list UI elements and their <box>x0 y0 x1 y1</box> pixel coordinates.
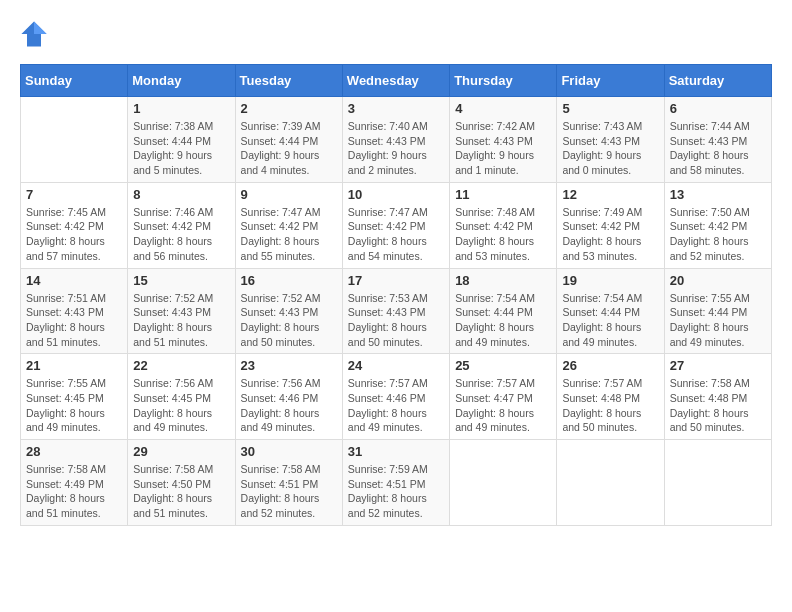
calendar-header-tuesday: Tuesday <box>235 65 342 97</box>
day-info: Sunrise: 7:47 AMSunset: 4:42 PMDaylight:… <box>348 205 444 264</box>
calendar-cell: 2Sunrise: 7:39 AMSunset: 4:44 PMDaylight… <box>235 97 342 183</box>
calendar-cell: 5Sunrise: 7:43 AMSunset: 4:43 PMDaylight… <box>557 97 664 183</box>
calendar-cell: 8Sunrise: 7:46 AMSunset: 4:42 PMDaylight… <box>128 182 235 268</box>
calendar-cell: 12Sunrise: 7:49 AMSunset: 4:42 PMDayligh… <box>557 182 664 268</box>
calendar-cell: 7Sunrise: 7:45 AMSunset: 4:42 PMDaylight… <box>21 182 128 268</box>
day-number: 9 <box>241 187 337 202</box>
day-number: 11 <box>455 187 551 202</box>
page-header <box>20 20 772 48</box>
day-info: Sunrise: 7:58 AMSunset: 4:49 PMDaylight:… <box>26 462 122 521</box>
logo-icon <box>20 20 48 48</box>
calendar-cell: 25Sunrise: 7:57 AMSunset: 4:47 PMDayligh… <box>450 354 557 440</box>
calendar-header-sunday: Sunday <box>21 65 128 97</box>
calendar-cell <box>664 440 771 526</box>
day-number: 31 <box>348 444 444 459</box>
day-number: 14 <box>26 273 122 288</box>
calendar-cell: 24Sunrise: 7:57 AMSunset: 4:46 PMDayligh… <box>342 354 449 440</box>
day-number: 15 <box>133 273 229 288</box>
day-info: Sunrise: 7:46 AMSunset: 4:42 PMDaylight:… <box>133 205 229 264</box>
day-info: Sunrise: 7:51 AMSunset: 4:43 PMDaylight:… <box>26 291 122 350</box>
day-number: 30 <box>241 444 337 459</box>
calendar-week-row: 14Sunrise: 7:51 AMSunset: 4:43 PMDayligh… <box>21 268 772 354</box>
day-number: 3 <box>348 101 444 116</box>
calendar-cell: 23Sunrise: 7:56 AMSunset: 4:46 PMDayligh… <box>235 354 342 440</box>
day-info: Sunrise: 7:47 AMSunset: 4:42 PMDaylight:… <box>241 205 337 264</box>
day-info: Sunrise: 7:39 AMSunset: 4:44 PMDaylight:… <box>241 119 337 178</box>
day-number: 6 <box>670 101 766 116</box>
calendar-week-row: 28Sunrise: 7:58 AMSunset: 4:49 PMDayligh… <box>21 440 772 526</box>
day-number: 22 <box>133 358 229 373</box>
day-number: 26 <box>562 358 658 373</box>
day-number: 21 <box>26 358 122 373</box>
calendar-cell: 15Sunrise: 7:52 AMSunset: 4:43 PMDayligh… <box>128 268 235 354</box>
day-info: Sunrise: 7:50 AMSunset: 4:42 PMDaylight:… <box>670 205 766 264</box>
day-number: 1 <box>133 101 229 116</box>
day-info: Sunrise: 7:54 AMSunset: 4:44 PMDaylight:… <box>562 291 658 350</box>
day-number: 20 <box>670 273 766 288</box>
day-info: Sunrise: 7:56 AMSunset: 4:45 PMDaylight:… <box>133 376 229 435</box>
calendar-cell <box>450 440 557 526</box>
day-number: 10 <box>348 187 444 202</box>
day-number: 19 <box>562 273 658 288</box>
calendar-cell: 9Sunrise: 7:47 AMSunset: 4:42 PMDaylight… <box>235 182 342 268</box>
day-info: Sunrise: 7:57 AMSunset: 4:47 PMDaylight:… <box>455 376 551 435</box>
calendar-cell: 29Sunrise: 7:58 AMSunset: 4:50 PMDayligh… <box>128 440 235 526</box>
calendar-header-wednesday: Wednesday <box>342 65 449 97</box>
logo <box>20 20 50 48</box>
calendar-cell: 1Sunrise: 7:38 AMSunset: 4:44 PMDaylight… <box>128 97 235 183</box>
calendar-cell: 3Sunrise: 7:40 AMSunset: 4:43 PMDaylight… <box>342 97 449 183</box>
day-info: Sunrise: 7:55 AMSunset: 4:45 PMDaylight:… <box>26 376 122 435</box>
calendar-cell: 4Sunrise: 7:42 AMSunset: 4:43 PMDaylight… <box>450 97 557 183</box>
day-info: Sunrise: 7:58 AMSunset: 4:48 PMDaylight:… <box>670 376 766 435</box>
day-number: 5 <box>562 101 658 116</box>
day-info: Sunrise: 7:43 AMSunset: 4:43 PMDaylight:… <box>562 119 658 178</box>
calendar-cell <box>557 440 664 526</box>
day-info: Sunrise: 7:57 AMSunset: 4:46 PMDaylight:… <box>348 376 444 435</box>
day-info: Sunrise: 7:45 AMSunset: 4:42 PMDaylight:… <box>26 205 122 264</box>
day-number: 8 <box>133 187 229 202</box>
day-number: 12 <box>562 187 658 202</box>
svg-marker-1 <box>34 21 47 34</box>
calendar-cell: 13Sunrise: 7:50 AMSunset: 4:42 PMDayligh… <box>664 182 771 268</box>
day-number: 13 <box>670 187 766 202</box>
calendar-header-saturday: Saturday <box>664 65 771 97</box>
calendar-cell: 14Sunrise: 7:51 AMSunset: 4:43 PMDayligh… <box>21 268 128 354</box>
calendar-cell: 26Sunrise: 7:57 AMSunset: 4:48 PMDayligh… <box>557 354 664 440</box>
day-info: Sunrise: 7:54 AMSunset: 4:44 PMDaylight:… <box>455 291 551 350</box>
day-info: Sunrise: 7:44 AMSunset: 4:43 PMDaylight:… <box>670 119 766 178</box>
calendar-header-friday: Friday <box>557 65 664 97</box>
day-number: 2 <box>241 101 337 116</box>
day-number: 29 <box>133 444 229 459</box>
day-number: 17 <box>348 273 444 288</box>
calendar-cell: 17Sunrise: 7:53 AMSunset: 4:43 PMDayligh… <box>342 268 449 354</box>
day-info: Sunrise: 7:49 AMSunset: 4:42 PMDaylight:… <box>562 205 658 264</box>
calendar-cell: 6Sunrise: 7:44 AMSunset: 4:43 PMDaylight… <box>664 97 771 183</box>
calendar-cell: 18Sunrise: 7:54 AMSunset: 4:44 PMDayligh… <box>450 268 557 354</box>
day-number: 27 <box>670 358 766 373</box>
day-info: Sunrise: 7:38 AMSunset: 4:44 PMDaylight:… <box>133 119 229 178</box>
calendar-cell: 10Sunrise: 7:47 AMSunset: 4:42 PMDayligh… <box>342 182 449 268</box>
day-info: Sunrise: 7:59 AMSunset: 4:51 PMDaylight:… <box>348 462 444 521</box>
day-info: Sunrise: 7:42 AMSunset: 4:43 PMDaylight:… <box>455 119 551 178</box>
calendar-header-monday: Monday <box>128 65 235 97</box>
day-info: Sunrise: 7:58 AMSunset: 4:50 PMDaylight:… <box>133 462 229 521</box>
calendar-week-row: 7Sunrise: 7:45 AMSunset: 4:42 PMDaylight… <box>21 182 772 268</box>
calendar-cell: 28Sunrise: 7:58 AMSunset: 4:49 PMDayligh… <box>21 440 128 526</box>
day-info: Sunrise: 7:52 AMSunset: 4:43 PMDaylight:… <box>241 291 337 350</box>
calendar-cell: 16Sunrise: 7:52 AMSunset: 4:43 PMDayligh… <box>235 268 342 354</box>
day-info: Sunrise: 7:56 AMSunset: 4:46 PMDaylight:… <box>241 376 337 435</box>
day-info: Sunrise: 7:40 AMSunset: 4:43 PMDaylight:… <box>348 119 444 178</box>
day-info: Sunrise: 7:53 AMSunset: 4:43 PMDaylight:… <box>348 291 444 350</box>
day-info: Sunrise: 7:57 AMSunset: 4:48 PMDaylight:… <box>562 376 658 435</box>
calendar-cell: 20Sunrise: 7:55 AMSunset: 4:44 PMDayligh… <box>664 268 771 354</box>
day-number: 7 <box>26 187 122 202</box>
day-info: Sunrise: 7:48 AMSunset: 4:42 PMDaylight:… <box>455 205 551 264</box>
calendar-cell: 27Sunrise: 7:58 AMSunset: 4:48 PMDayligh… <box>664 354 771 440</box>
calendar-cell: 31Sunrise: 7:59 AMSunset: 4:51 PMDayligh… <box>342 440 449 526</box>
day-number: 24 <box>348 358 444 373</box>
calendar-cell: 30Sunrise: 7:58 AMSunset: 4:51 PMDayligh… <box>235 440 342 526</box>
calendar-table: SundayMondayTuesdayWednesdayThursdayFrid… <box>20 64 772 526</box>
day-number: 25 <box>455 358 551 373</box>
day-number: 18 <box>455 273 551 288</box>
calendar-week-row: 1Sunrise: 7:38 AMSunset: 4:44 PMDaylight… <box>21 97 772 183</box>
